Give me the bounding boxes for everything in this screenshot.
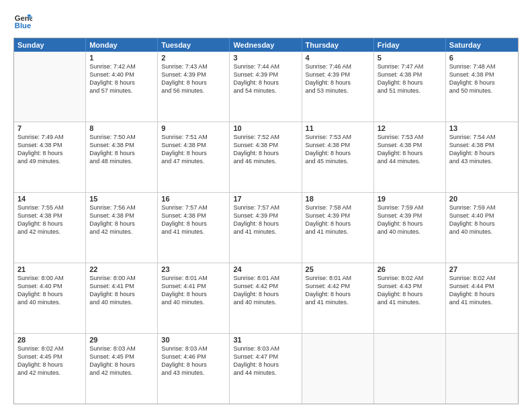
day-number: 6 — [449, 54, 515, 62]
day-number: 12 — [378, 124, 442, 132]
day-cell-31: 31Sunrise: 8:03 AMSunset: 4:47 PMDayligh… — [230, 334, 302, 404]
calendar-body: 1Sunrise: 7:42 AMSunset: 4:40 PMDaylight… — [14, 52, 518, 404]
day-number: 9 — [161, 124, 226, 132]
cell-info-line: and 43 minutes. — [449, 157, 515, 165]
cell-info-line: Sunset: 4:39 PM — [233, 71, 298, 79]
cell-info-line: Sunrise: 8:03 AM — [89, 345, 154, 353]
cell-info-line: Sunrise: 7:55 AM — [17, 203, 82, 212]
cell-info-line: Sunrise: 8:01 AM — [306, 274, 370, 282]
day-cell-7: 7Sunrise: 7:49 AMSunset: 4:38 PMDaylight… — [14, 122, 86, 192]
day-cell-27: 27Sunrise: 8:02 AMSunset: 4:44 PMDayligh… — [446, 263, 518, 333]
cell-info-line: Sunset: 4:40 PM — [17, 282, 82, 290]
day-number: 2 — [161, 54, 226, 62]
cell-info-line: and 40 minutes. — [378, 228, 442, 236]
day-number: 27 — [449, 265, 515, 273]
header-day-wednesday: Wednesday — [230, 38, 302, 52]
cell-info-line: Sunset: 4:45 PM — [89, 353, 154, 361]
cell-info-line: Daylight: 8 hours — [17, 149, 82, 157]
calendar-header: SundayMondayTuesdayWednesdayThursdayFrid… — [14, 38, 518, 52]
cell-info-line: Sunrise: 7:54 AM — [449, 133, 515, 141]
cell-info-line: Sunset: 4:40 PM — [449, 212, 515, 220]
cell-info-line: Daylight: 8 hours — [306, 290, 370, 298]
svg-text:Blue: Blue — [15, 21, 31, 30]
day-cell-16: 16Sunrise: 7:57 AMSunset: 4:38 PMDayligh… — [158, 193, 230, 263]
day-number: 23 — [161, 265, 226, 273]
cell-info-line: Daylight: 8 hours — [449, 290, 515, 298]
cell-info-line: and 53 minutes. — [306, 87, 370, 95]
cell-info-line: and 40 minutes. — [17, 298, 82, 306]
cell-info-line: Sunset: 4:38 PM — [89, 141, 154, 149]
cell-info-line: Sunset: 4:39 PM — [233, 212, 298, 220]
cell-info-line: Sunrise: 7:56 AM — [89, 203, 154, 212]
day-number: 31 — [233, 336, 298, 344]
cell-info-line: Sunrise: 8:00 AM — [17, 274, 82, 282]
day-cell-3: 3Sunrise: 7:44 AMSunset: 4:39 PMDaylight… — [230, 52, 302, 122]
day-cell-18: 18Sunrise: 7:58 AMSunset: 4:39 PMDayligh… — [302, 193, 374, 263]
cell-info-line: Sunrise: 7:46 AM — [306, 62, 370, 71]
cell-info-line: Daylight: 8 hours — [161, 361, 226, 369]
calendar-week-5: 28Sunrise: 8:02 AMSunset: 4:45 PMDayligh… — [14, 334, 518, 404]
cell-info-line: Daylight: 8 hours — [306, 220, 370, 228]
cell-info-line: Sunset: 4:38 PM — [89, 212, 154, 220]
day-cell-29: 29Sunrise: 8:03 AMSunset: 4:45 PMDayligh… — [86, 334, 158, 404]
day-number: 5 — [378, 54, 442, 62]
cell-info-line: Sunset: 4:38 PM — [378, 71, 442, 79]
cell-info-line: Daylight: 8 hours — [89, 149, 154, 157]
cell-info-line: Sunrise: 7:53 AM — [378, 133, 442, 141]
day-cell-14: 14Sunrise: 7:55 AMSunset: 4:38 PMDayligh… — [14, 193, 86, 263]
empty-cell — [302, 334, 374, 404]
cell-info-line: Sunset: 4:39 PM — [306, 212, 370, 220]
cell-info-line: Daylight: 8 hours — [378, 220, 442, 228]
cell-info-line: and 41 minutes. — [306, 228, 370, 236]
day-cell-25: 25Sunrise: 8:01 AMSunset: 4:42 PMDayligh… — [302, 263, 374, 333]
cell-info-line: Daylight: 8 hours — [306, 79, 370, 87]
cell-info-line: Daylight: 8 hours — [449, 220, 515, 228]
cell-info-line: and 54 minutes. — [233, 87, 298, 95]
day-cell-12: 12Sunrise: 7:53 AMSunset: 4:38 PMDayligh… — [374, 122, 446, 192]
cell-info-line: Sunrise: 7:53 AM — [306, 133, 370, 141]
cell-info-line: and 48 minutes. — [89, 157, 154, 165]
day-cell-17: 17Sunrise: 7:57 AMSunset: 4:39 PMDayligh… — [230, 193, 302, 263]
cell-info-line: Daylight: 8 hours — [306, 149, 370, 157]
calendar-week-4: 21Sunrise: 8:00 AMSunset: 4:40 PMDayligh… — [14, 263, 518, 334]
day-number: 21 — [17, 265, 82, 273]
cell-info-line: and 40 minutes. — [233, 298, 298, 306]
cell-info-line: and 50 minutes. — [449, 87, 515, 95]
header-day-friday: Friday — [374, 38, 446, 52]
cell-info-line: Daylight: 8 hours — [89, 220, 154, 228]
cell-info-line: and 43 minutes. — [161, 369, 226, 377]
cell-info-line: and 44 minutes. — [233, 369, 298, 377]
day-number: 11 — [306, 124, 370, 132]
cell-info-line: Sunset: 4:38 PM — [17, 212, 82, 220]
cell-info-line: Sunset: 4:47 PM — [233, 353, 298, 361]
cell-info-line: and 45 minutes. — [306, 157, 370, 165]
day-cell-10: 10Sunrise: 7:52 AMSunset: 4:38 PMDayligh… — [230, 122, 302, 192]
cell-info-line: and 44 minutes. — [378, 157, 442, 165]
cell-info-line: Sunrise: 7:51 AM — [161, 133, 226, 141]
cell-info-line: Daylight: 8 hours — [378, 290, 442, 298]
cell-info-line: and 46 minutes. — [233, 157, 298, 165]
empty-cell — [446, 334, 518, 404]
day-number: 15 — [89, 195, 154, 203]
cell-info-line: and 47 minutes. — [161, 157, 226, 165]
empty-cell — [14, 52, 86, 122]
cell-info-line: Daylight: 8 hours — [161, 149, 226, 157]
day-number: 10 — [233, 124, 298, 132]
cell-info-line: Sunrise: 7:59 AM — [449, 203, 515, 212]
cell-info-line: and 51 minutes. — [378, 87, 442, 95]
cell-info-line: Sunrise: 8:03 AM — [161, 345, 226, 353]
cell-info-line: Sunset: 4:38 PM — [17, 141, 82, 149]
day-cell-23: 23Sunrise: 8:01 AMSunset: 4:41 PMDayligh… — [158, 263, 230, 333]
day-number: 19 — [378, 195, 442, 203]
cell-info-line: Sunset: 4:38 PM — [306, 141, 370, 149]
cell-info-line: and 41 minutes. — [449, 298, 515, 306]
day-cell-13: 13Sunrise: 7:54 AMSunset: 4:38 PMDayligh… — [446, 122, 518, 192]
cell-info-line: Daylight: 8 hours — [161, 220, 226, 228]
day-cell-22: 22Sunrise: 8:00 AMSunset: 4:41 PMDayligh… — [86, 263, 158, 333]
cell-info-line: and 41 minutes. — [233, 228, 298, 236]
cell-info-line: Sunrise: 7:48 AM — [449, 62, 515, 71]
cell-info-line: and 42 minutes. — [89, 228, 154, 236]
day-cell-1: 1Sunrise: 7:42 AMSunset: 4:40 PMDaylight… — [86, 52, 158, 122]
logo: General Blue — [13, 12, 32, 31]
cell-info-line: Daylight: 8 hours — [89, 290, 154, 298]
